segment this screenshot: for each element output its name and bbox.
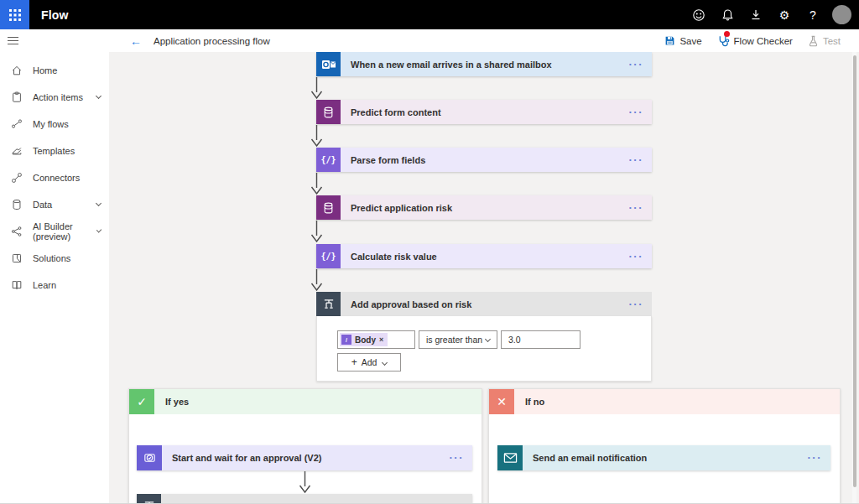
flow-checker-badge <box>724 31 730 37</box>
condition-operator-select[interactable]: is greater than <box>419 330 497 349</box>
back-button[interactable]: ← <box>130 35 142 47</box>
notifications-bell-icon[interactable] <box>713 0 742 29</box>
connector-arrow <box>310 77 323 99</box>
sidebar-toggle-icon[interactable] <box>0 29 25 52</box>
expression-icon: / <box>341 335 351 345</box>
chevron-down-icon <box>96 93 102 99</box>
if-no-header[interactable]: ✕ If no <box>489 389 840 414</box>
test-button[interactable]: Test <box>808 35 841 47</box>
cross-icon: ✕ <box>489 389 514 414</box>
ai-database-icon <box>316 100 341 124</box>
top-app-bar: Flow <box>0 0 859 29</box>
home-icon <box>11 65 23 77</box>
templates-icon <box>11 145 23 158</box>
sidebar-item-action-items[interactable]: Action items <box>0 84 109 111</box>
value-text: 3.0 <box>508 335 521 345</box>
toolbar-actions: Save Flow Checker Test <box>664 34 859 47</box>
flow-name-title: Application processing flow <box>154 36 270 46</box>
condition-operand-field[interactable]: / Body × <box>337 330 415 349</box>
step-title: Predict form content <box>351 107 441 117</box>
scrollbar-thumb[interactable] <box>853 55 856 487</box>
braces-icon: {/} <box>316 244 341 268</box>
clipboard-icon <box>11 91 23 104</box>
database-icon <box>11 199 23 211</box>
flow-canvas[interactable]: When a new email arrives in a shared mai… <box>109 52 859 504</box>
connector-arrow <box>310 221 323 242</box>
branch-label: If no <box>525 397 544 407</box>
step-title: Start and wait for an approval (V2) <box>172 453 321 463</box>
settings-gear-icon[interactable]: ⚙ <box>770 0 799 29</box>
step-send-email-notification[interactable]: Send an email notification ··· <box>497 445 830 470</box>
condition-title: Add approval based on risk <box>351 299 471 309</box>
user-avatar[interactable] <box>832 5 851 24</box>
solutions-icon <box>11 252 23 265</box>
connector-arrow <box>310 173 323 195</box>
sidebar-item-templates[interactable]: Templates <box>0 138 109 164</box>
step-title: Send an email notification <box>533 453 647 463</box>
branch-label: If yes <box>165 397 189 407</box>
step-start-and-wait-approval[interactable]: Start and wait for an approval (V2) ··· <box>137 445 472 470</box>
designer-toolbar: ← Application processing flow Save <box>0 29 859 52</box>
chevron-down-icon <box>96 200 102 206</box>
sidebar-item-my-flows[interactable]: My flows <box>0 111 109 138</box>
add-condition-button[interactable]: + Add <box>337 353 401 372</box>
sidebar-item-learn[interactable]: Learn <box>0 272 109 299</box>
condition-value-input[interactable]: 3.0 <box>501 330 580 349</box>
help-icon[interactable]: ? <box>799 0 827 29</box>
waffle-grid-icon <box>9 9 21 21</box>
chip-label: Body <box>355 335 376 345</box>
vertical-scrollbar[interactable] <box>852 52 856 504</box>
step-partially-visible[interactable] <box>137 494 472 504</box>
app-window: Flow <box>0 0 859 504</box>
sidebar-item-ai-builder[interactable]: AI Builder (preview) <box>0 218 109 245</box>
chevron-down-icon <box>382 359 388 365</box>
if-yes-header[interactable]: ✓ If yes <box>129 389 482 414</box>
connector-arrow <box>299 471 311 493</box>
step-when-new-email-arrives[interactable]: When a new email arrives in a shared mai… <box>316 52 652 76</box>
test-flask-icon <box>808 35 819 47</box>
step-calculate-risk-value[interactable]: {/} Calculate risk value ··· <box>316 244 652 268</box>
ai-builder-icon <box>11 226 23 238</box>
left-navigation: Home Action items My flows Templates <box>0 52 109 504</box>
download-icon[interactable] <box>742 0 770 29</box>
flow-checker-button[interactable]: Flow Checker <box>717 34 793 47</box>
flow-icon <box>11 118 23 131</box>
braces-icon: {/} <box>316 148 341 172</box>
step-parse-form-fields[interactable]: {/} Parse form fields ··· <box>316 148 652 172</box>
step-title: Predict application risk <box>351 203 452 213</box>
condition-icon <box>137 494 161 504</box>
step-title: Calculate risk value <box>351 252 437 262</box>
sidebar-item-connectors[interactable]: Connectors <box>0 164 109 191</box>
app-launcher-icon[interactable] <box>0 0 29 29</box>
approval-icon <box>137 445 162 470</box>
step-predict-application-risk[interactable]: Predict application risk ··· <box>316 195 652 220</box>
condition-header[interactable]: Add approval based on risk ··· <box>316 292 652 316</box>
sidebar-item-data[interactable]: Data <box>0 191 109 218</box>
save-floppy-icon <box>664 35 675 46</box>
book-icon <box>11 279 23 292</box>
sidebar-item-home[interactable]: Home <box>0 57 109 84</box>
save-button[interactable]: Save <box>664 35 701 46</box>
step-title: When a new email arrives in a shared mai… <box>351 60 552 70</box>
condition-icon <box>316 292 341 316</box>
chip-remove-icon[interactable]: × <box>379 335 383 344</box>
envelope-icon <box>497 445 523 470</box>
feedback-smiley-icon[interactable] <box>685 0 713 29</box>
sidebar-item-solutions[interactable]: Solutions <box>0 245 109 272</box>
step-predict-form-content[interactable]: Predict form content ··· <box>316 100 652 124</box>
app-title: Flow <box>41 8 69 22</box>
connector-arrow <box>310 269 323 291</box>
outlook-icon <box>316 52 341 76</box>
check-icon: ✓ <box>129 389 154 414</box>
connectors-icon <box>11 172 23 184</box>
connector-arrow <box>310 125 323 147</box>
step-title: Parse form fields <box>351 155 425 165</box>
chevron-down-icon <box>485 335 491 341</box>
condition-body: / Body × is greater than 3.0 + Add <box>316 316 652 382</box>
ai-database-icon <box>316 195 341 220</box>
operator-value: is greater than <box>426 335 482 345</box>
topbar-actions: ⚙ ? <box>685 0 859 29</box>
dynamic-content-chip[interactable]: / Body × <box>340 333 388 346</box>
